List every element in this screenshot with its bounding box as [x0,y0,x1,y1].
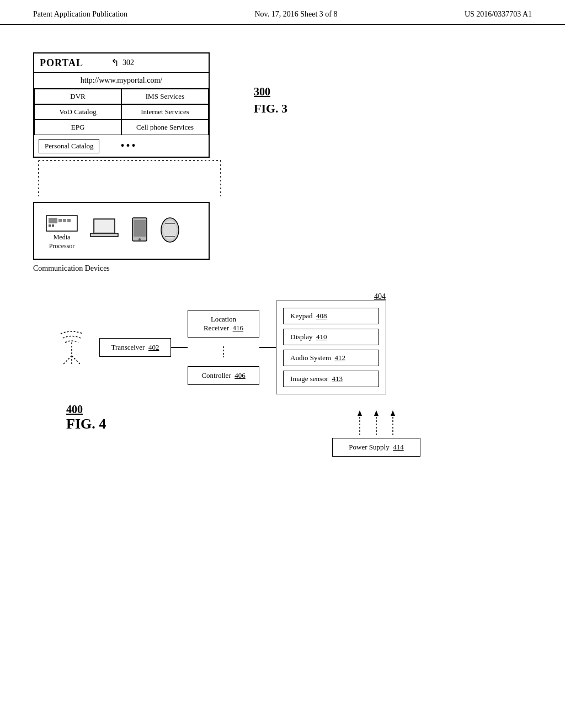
line-controller-device [259,347,276,348]
svg-line-22 [72,356,80,364]
power-supply-area: Power Supply 414 [221,410,532,457]
transceiver-num: 402 [148,343,159,351]
portal-cell-epg: EPG [34,120,121,135]
media-processor-icon [45,211,78,233]
svg-rect-5 [58,219,62,222]
portal-label: PORTAL [40,57,83,69]
antenna-wrapper [55,328,88,367]
transceiver-wrapper: Transceiver 402 [99,338,171,357]
communication-devices-label: Communication Devices [33,264,110,273]
display-block: Display 410 [283,329,379,345]
comm-devices-box: MediaProcessor [33,202,210,260]
controller-block: Controller 406 [188,366,259,385]
portal-cell-dvr: DVR [34,89,121,104]
header-center: Nov. 17, 2016 Sheet 3 of 8 [255,10,338,19]
portal-url: http://www.myportal.com/ [34,72,209,88]
phone-icon-wrapper [159,217,180,245]
image-sensor-label: Image sensor [290,374,328,383]
power-arrows-svg [349,410,404,438]
fig4-area: Transceiver 402 LocationReceiver 416 Con… [33,301,532,457]
keypad-label: Keypad [290,312,312,320]
header-left: Patent Application Publication [33,10,127,19]
transceiver-block: Transceiver 402 [99,338,171,357]
svg-rect-7 [67,219,71,222]
portal-cell-internet: Internet Services [121,104,209,120]
main-content: PORTAL ↰ 302 http://www.myportal.com/ DV… [0,25,565,473]
audio-system-num: 412 [335,354,346,362]
power-supply-block: Power Supply 414 [332,438,420,457]
svg-rect-8 [49,224,51,227]
controller-num: 406 [234,371,246,379]
fig3-area: PORTAL ↰ 302 http://www.myportal.com/ DV… [33,52,532,273]
svg-line-21 [63,356,72,364]
location-receiver-num: 416 [233,324,244,332]
dotted-connection-svg [33,158,232,202]
svg-point-15 [138,238,141,240]
device-internals-box: 404 Keypad 408 Display 410 Audio System … [276,301,386,394]
fig4-diagram: Transceiver 402 LocationReceiver 416 Con… [55,301,532,394]
image-sensor-num: 413 [332,374,343,383]
svg-rect-12 [90,233,118,237]
power-supply-label: Power Supply [349,443,389,451]
svg-marker-29 [391,410,395,416]
portal-box: PORTAL ↰ 302 http://www.myportal.com/ DV… [33,52,210,158]
tablet-icon-wrapper [131,217,148,245]
svg-marker-25 [358,410,362,416]
loc-to-ctrl-line [223,346,224,357]
fig3-ref-num: 300 [254,85,270,98]
svg-marker-27 [374,410,379,416]
svg-rect-11 [95,220,114,232]
svg-rect-4 [49,218,57,223]
portal-ellipsis: ••• [109,137,148,154]
portal-cell-vod: VoD Catalog [34,104,121,120]
portal-personal-catalog: Personal Catalog [39,139,99,153]
location-receiver-block: LocationReceiver 416 [188,310,259,338]
media-processor-label: MediaProcessor [49,233,75,250]
svg-rect-6 [63,219,66,222]
device-box-num: 404 [374,292,386,301]
header-right: US 2016/0337703 A1 [465,10,532,19]
line-transceiver-controller [171,347,188,348]
fig3-title: FIG. 3 [254,101,287,116]
audio-system-label: Audio System [290,354,331,362]
portal-number: 302 [122,58,134,67]
antenna-icon [55,328,88,367]
display-label: Display [290,333,312,341]
page-header: Patent Application Publication Nov. 17, … [0,0,565,25]
tablet-icon [131,217,148,243]
middle-col: LocationReceiver 416 Controller 406 [188,310,259,385]
image-sensor-block: Image sensor 413 [283,371,379,387]
portal-personal-row: Personal Catalog ••• [34,135,209,157]
keypad-block: Keypad 408 [283,308,379,324]
media-processor: MediaProcessor [45,211,78,250]
portal-header: PORTAL ↰ 302 [34,53,209,72]
portal-cell-cellphone: Cell phone Services [121,120,209,135]
audio-system-block: Audio System 412 [283,350,379,366]
laptop-icon-wrapper [89,217,120,245]
transceiver-label: Transceiver [111,343,145,351]
svg-rect-9 [52,224,54,227]
keypad-num: 408 [316,312,327,320]
power-supply-num: 414 [393,443,404,451]
controller-label: Controller [201,371,231,379]
portal-services-grid: DVR IMS Services VoD Catalog Internet Se… [34,88,209,135]
display-num: 410 [316,333,327,341]
phone-icon [159,217,180,243]
laptop-icon [89,217,120,243]
location-receiver-label: LocationReceiver [204,315,236,332]
portal-cell-ims: IMS Services [121,89,209,104]
fig3-right-labels: 300 FIG. 3 [254,52,287,116]
svg-rect-14 [134,220,146,237]
